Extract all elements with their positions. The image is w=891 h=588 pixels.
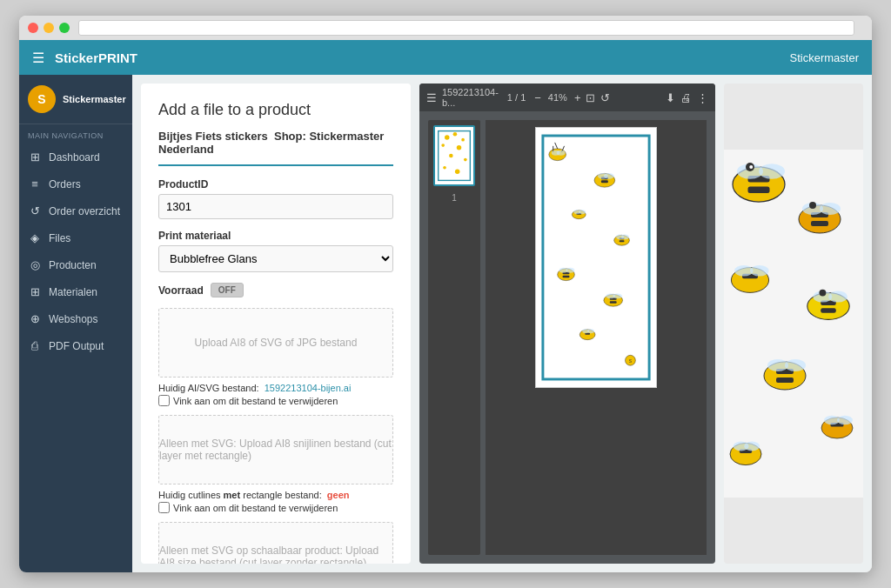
delete-file-label-1: Vink aan om dit bestand te verwijderen — [173, 396, 338, 406]
avatar: S — [28, 85, 56, 113]
materialen-icon: ⊞ — [28, 285, 42, 298]
form-panel: Add a file to a product Bijtjes Fiets st… — [141, 84, 411, 564]
files-icon: ◈ — [28, 231, 42, 244]
cutlines-met-value: geen — [327, 490, 350, 500]
upload-box-ai-svg-text: Upload AI8 of SVG of JPG bestand — [195, 337, 358, 349]
voorraad-row: Voorraad OFF — [158, 283, 393, 297]
app-window: ☰ StickerPRINT Stickermaster S Stickerma… — [19, 16, 872, 572]
sidebar-item-orders[interactable]: ≡ Orders — [19, 170, 132, 197]
svg-point-4 — [461, 138, 465, 142]
delete-file-row-1: Vink aan om dit bestand te verwijderen — [158, 395, 393, 406]
upload-box-cutlines-zonder[interactable]: Alleen met SVG op schaalbaar product: Up… — [158, 522, 393, 564]
pdf-page-view: S — [535, 127, 657, 388]
sidebar-item-webshops[interactable]: ⊕ Webshops — [19, 305, 132, 332]
cutlines-met-info: Huidig cutlines met rectangle bestand: g… — [158, 490, 393, 500]
pdf-viewer-panel: ☰ 1592213104-b... 1 / 1 − 41% + ⊡ ↺ ⬇ 🖨 … — [419, 84, 715, 564]
url-bar[interactable] — [78, 20, 854, 36]
sidebar-item-pdf-output[interactable]: ⎙ PDF Output — [19, 332, 132, 359]
svg-rect-40 — [610, 301, 617, 303]
svg-point-10 — [455, 170, 460, 175]
product-id-label: ProductID — [158, 178, 393, 190]
pdf-download-icon[interactable]: ⬇ — [666, 91, 675, 104]
upload-box-cutlines-zonder-text: Alleen met SVG op schaalbaar product: Up… — [159, 545, 392, 564]
pdf-thumb-column: 1 — [428, 120, 480, 555]
minimize-button[interactable] — [44, 23, 54, 33]
svg-point-27 — [579, 210, 586, 214]
sidebar-item-producten[interactable]: ◎ Producten — [19, 251, 132, 278]
svg-rect-35 — [563, 276, 570, 277]
pdf-print-icon[interactable]: 🖨 — [680, 91, 692, 104]
pdf-main-view: S — [486, 120, 707, 555]
pdf-zoom-level: 41% — [548, 92, 567, 103]
svg-rect-12 — [543, 136, 649, 379]
upload-box-cutlines-met[interactable]: Alleen met SVG: Upload AI8 snijlinen bes… — [158, 415, 393, 484]
svg-point-37 — [566, 268, 575, 273]
menu-icon[interactable]: ☰ — [32, 50, 44, 66]
sidebar-item-label: Files — [49, 232, 70, 244]
svg-point-42 — [613, 293, 622, 298]
sidebar-item-dashboard[interactable]: ⊞ Dashboard — [19, 144, 132, 170]
pdf-filename: 1592213104-b... — [442, 87, 499, 108]
svg-rect-52 — [748, 187, 770, 194]
upload-box-ai-svg[interactable]: Upload AI8 of SVG of JPG bestand — [158, 308, 393, 378]
pdf-zoom-in-icon[interactable]: + — [574, 91, 581, 104]
delete-file-checkbox-1[interactable] — [158, 395, 170, 406]
sidebar-item-label: Producten — [49, 259, 97, 271]
app-layout: S Stickermaster MAIN NAVIGATION ⊞ Dashbo… — [19, 75, 872, 572]
product-id-input[interactable] — [158, 194, 393, 219]
pdf-more-icon[interactable]: ⋮ — [697, 91, 708, 104]
pdf-rotate-icon[interactable]: ↺ — [600, 91, 610, 104]
sidebar-item-label: Materialen — [49, 286, 97, 298]
pdf-fit-icon[interactable]: ⊡ — [586, 91, 595, 104]
maximize-button[interactable] — [59, 23, 70, 33]
svg-point-61 — [820, 203, 841, 215]
main-content: Add a file to a product Bijtjes Fiets st… — [132, 75, 872, 572]
sidebar-user-area: S Stickermaster — [19, 75, 132, 124]
svg-point-77 — [785, 359, 806, 371]
close-button[interactable] — [28, 23, 38, 33]
svg-point-46 — [587, 329, 594, 333]
sidebar-item-label: Orders — [49, 178, 81, 190]
svg-point-66 — [750, 265, 769, 277]
titlebar — [19, 16, 872, 40]
voorraad-label: Voorraad — [158, 284, 204, 297]
current-file-info: Huidig AI/SVG bestand: 1592213104-bijen.… — [158, 383, 393, 393]
svg-point-56 — [749, 165, 753, 169]
sidebar-item-label: PDF Output — [49, 340, 104, 352]
pdf-thumbnail-1[interactable] — [433, 125, 475, 186]
topbar-left: ☰ StickerPRINT — [32, 50, 137, 66]
pdf-zoom-out-icon[interactable]: − — [534, 91, 541, 104]
svg-rect-21 — [601, 180, 608, 183]
breadcrumb: Bijtjes Fiets stickers Shop: Stickermast… — [158, 130, 393, 166]
sidebar-item-label: Order overzicht — [49, 205, 120, 217]
pdf-menu-icon[interactable]: ☰ — [426, 91, 437, 104]
svg-point-3 — [453, 132, 458, 137]
order-overzicht-icon: ↺ — [28, 204, 42, 217]
topbar-user: Stickermaster — [790, 51, 859, 64]
voorraad-toggle[interactable]: OFF — [211, 283, 244, 297]
content-area: Add a file to a product Bijtjes Fiets st… — [132, 75, 872, 572]
bees-preview-panel — [724, 84, 863, 564]
dashboard-icon: ⊞ — [28, 150, 42, 164]
svg-point-5 — [441, 144, 445, 147]
page-title: Add a file to a product — [158, 101, 393, 119]
current-file-link[interactable]: 1592213104-bijen.ai — [265, 383, 352, 393]
webshops-icon: ⊕ — [28, 312, 42, 325]
svg-point-23 — [604, 173, 614, 179]
upload-box-cutlines-met-text: Alleen met SVG: Upload AI8 snijlinen bes… — [159, 438, 392, 462]
sidebar-item-order-overzicht[interactable]: ↺ Order overzicht — [19, 197, 132, 224]
brand-logo: StickerPRINT — [55, 50, 137, 65]
delete-file-checkbox-2[interactable] — [158, 502, 170, 513]
product-id-group: ProductID — [158, 178, 393, 219]
pdf-output-icon: ⎙ — [28, 339, 42, 352]
svg-point-85 — [744, 442, 760, 451]
sidebar-item-label: Webshops — [49, 313, 97, 325]
svg-rect-59 — [811, 221, 828, 226]
svg-point-9 — [443, 166, 446, 170]
sidebar-item-materialen[interactable]: ⊞ Materialen — [19, 278, 132, 305]
sidebar-item-files[interactable]: ◈ Files — [19, 224, 132, 251]
sidebar: S Stickermaster MAIN NAVIGATION ⊞ Dashbo… — [19, 75, 132, 572]
print-materiaal-select[interactable]: Bubblefree Glans — [158, 245, 393, 272]
svg-rect-69 — [821, 308, 836, 313]
print-materiaal-group: Print materiaal Bubblefree Glans — [158, 230, 393, 272]
